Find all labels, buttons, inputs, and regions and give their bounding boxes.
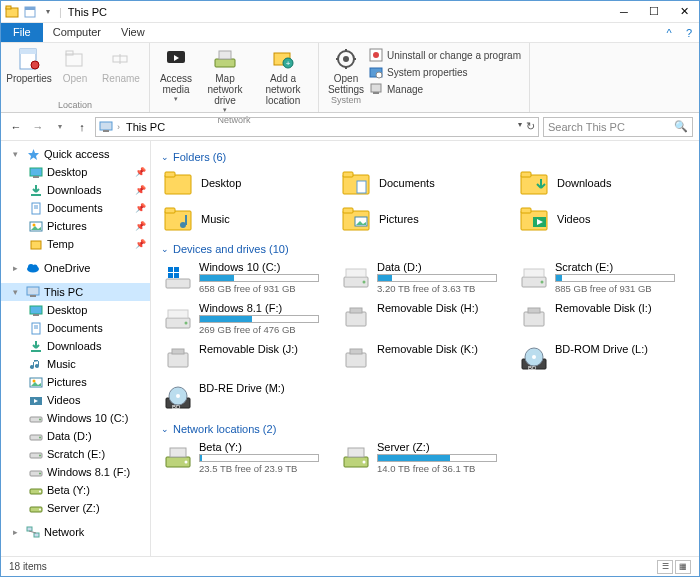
nav-qa-item[interactable]: Documents📌: [1, 199, 150, 217]
status-bar: 18 items ☰ ▦: [1, 556, 699, 576]
qat-properties-icon[interactable]: [23, 5, 37, 19]
nav-pc-item[interactable]: Data (D:): [1, 427, 150, 445]
nav-qa-item[interactable]: Downloads📌: [1, 181, 150, 199]
drive-icon: [163, 303, 193, 333]
nav-pc-item[interactable]: Desktop: [1, 301, 150, 319]
help-icon[interactable]: ?: [679, 23, 699, 42]
drive-item[interactable]: BDBD-RE Drive (M:): [161, 380, 333, 415]
svg-rect-13: [215, 59, 235, 67]
refresh-icon[interactable]: ↻: [526, 120, 535, 133]
chevron-down-icon: ⌄: [161, 424, 169, 434]
svg-rect-80: [521, 172, 531, 177]
nav-up-button[interactable]: ↑: [73, 118, 91, 136]
address-dropdown-icon[interactable]: ▾: [518, 120, 522, 133]
folder-icon: [519, 205, 551, 233]
nav-pc-item[interactable]: Videos: [1, 391, 150, 409]
minimize-button[interactable]: ─: [609, 1, 639, 23]
drive-item[interactable]: Server (Z:)14.0 TB free of 36.1 TB: [339, 439, 511, 476]
open-settings-button[interactable]: Open Settings: [325, 45, 367, 95]
drive-icon: [29, 483, 43, 497]
drive-item[interactable]: Beta (Y:)23.5 TB free of 23.9 TB: [161, 439, 333, 476]
folder-item[interactable]: Videos: [517, 203, 689, 235]
drive-item[interactable]: Windows 8.1 (F:)269 GB free of 476 GB: [161, 300, 333, 337]
svg-point-117: [532, 355, 536, 359]
qat-dropdown-icon[interactable]: ▾: [41, 5, 55, 19]
ribbon-tabs: File Computer View ^ ?: [1, 23, 699, 43]
nav-pc-item[interactable]: Documents: [1, 319, 150, 337]
section-folders[interactable]: ⌄ Folders (6): [161, 151, 689, 163]
close-button[interactable]: ✕: [669, 1, 699, 23]
properties-button[interactable]: Properties: [7, 45, 51, 84]
status-text: 18 items: [9, 561, 47, 572]
nav-pc-item[interactable]: Pictures: [1, 373, 150, 391]
nav-back-button[interactable]: ←: [7, 118, 25, 136]
nav-pc-item[interactable]: Music: [1, 355, 150, 373]
svg-rect-14: [219, 51, 231, 59]
folder-icon: [29, 321, 43, 335]
drive-item[interactable]: Removable Disk (K:): [339, 341, 511, 376]
access-media-button[interactable]: Access media ▾: [156, 45, 196, 103]
nav-quick-access[interactable]: ▾ Quick access: [1, 145, 150, 163]
nav-this-pc[interactable]: ▾ This PC: [1, 283, 150, 301]
drive-item[interactable]: Removable Disk (H:): [339, 300, 511, 337]
svg-point-68: [39, 490, 41, 492]
content-pane: ⌄ Folders (6) DesktopDocumentsDownloadsM…: [151, 141, 699, 556]
folder-icon: [29, 237, 43, 251]
folder-item[interactable]: Desktop: [161, 167, 333, 199]
svg-point-66: [39, 472, 41, 474]
svg-rect-128: [348, 448, 364, 457]
this-pc-icon: [99, 120, 113, 134]
nav-pc-item[interactable]: Windows 10 (C:): [1, 409, 150, 427]
drive-item[interactable]: Scratch (E:)885 GB free of 931 GB: [517, 259, 689, 296]
view-details-button[interactable]: ☰: [657, 560, 673, 574]
system-properties-button[interactable]: System properties: [367, 64, 523, 80]
drive-item[interactable]: Removable Disk (J:): [161, 341, 333, 376]
svg-rect-49: [33, 314, 39, 316]
pin-icon: 📌: [135, 203, 146, 213]
svg-text:+: +: [286, 59, 291, 68]
svg-rect-97: [174, 273, 179, 278]
nav-pc-item[interactable]: Windows 8.1 (F:): [1, 463, 150, 481]
manage-button[interactable]: Manage: [367, 81, 523, 97]
drive-icon: [29, 447, 43, 461]
uninstall-program-button[interactable]: Uninstall or change a program: [367, 47, 523, 63]
view-icons-button[interactable]: ▦: [675, 560, 691, 574]
nav-qa-item[interactable]: Desktop📌: [1, 163, 150, 181]
drive-item[interactable]: Windows 10 (C:)658 GB free of 931 GB: [161, 259, 333, 296]
nav-pc-item[interactable]: Server (Z:): [1, 499, 150, 517]
drive-icon: [341, 262, 371, 292]
section-network-locations[interactable]: ⌄ Network locations (2): [161, 423, 689, 435]
search-input[interactable]: Search This PC 🔍: [543, 117, 693, 137]
maximize-button[interactable]: ☐: [639, 1, 669, 23]
search-icon: 🔍: [674, 120, 688, 133]
drive-item[interactable]: BDBD-ROM Drive (L:): [517, 341, 689, 376]
address-box[interactable]: › This PC ▾ ↻: [95, 117, 539, 137]
nav-pc-item[interactable]: Scratch (E:): [1, 445, 150, 463]
folder-icon: [341, 169, 373, 197]
breadcrumb[interactable]: This PC: [124, 121, 167, 133]
ribbon-group-network: Access media ▾ Map network drive ▾ + Add…: [150, 43, 319, 112]
svg-rect-53: [31, 350, 41, 352]
drive-icon: [341, 344, 371, 374]
nav-network[interactable]: ▸ Network: [1, 523, 150, 541]
nav-recent-button[interactable]: ▾: [51, 118, 69, 136]
add-network-location-button[interactable]: + Add a network location: [254, 45, 312, 106]
folder-item[interactable]: Documents: [339, 167, 511, 199]
drive-item[interactable]: Removable Disk (I:): [517, 300, 689, 337]
map-network-drive-button[interactable]: Map network drive ▾: [198, 45, 252, 114]
nav-qa-item[interactable]: Pictures📌: [1, 217, 150, 235]
nav-pc-item[interactable]: Downloads: [1, 337, 150, 355]
nav-onedrive[interactable]: ▸ OneDrive: [1, 259, 150, 277]
tab-file[interactable]: File: [1, 23, 43, 42]
folder-item[interactable]: Music: [161, 203, 333, 235]
nav-qa-item[interactable]: Temp📌: [1, 235, 150, 253]
tab-view[interactable]: View: [111, 23, 155, 42]
tab-computer[interactable]: Computer: [43, 23, 111, 42]
section-drives[interactable]: ⌄ Devices and drives (10): [161, 243, 689, 255]
nav-pc-item[interactable]: Beta (Y:): [1, 481, 150, 499]
folder-item[interactable]: Pictures: [339, 203, 511, 235]
drive-item[interactable]: Data (D:)3.20 TB free of 3.63 TB: [339, 259, 511, 296]
ribbon-collapse-icon[interactable]: ^: [659, 23, 679, 42]
svg-rect-75: [165, 172, 175, 177]
folder-item[interactable]: Downloads: [517, 167, 689, 199]
